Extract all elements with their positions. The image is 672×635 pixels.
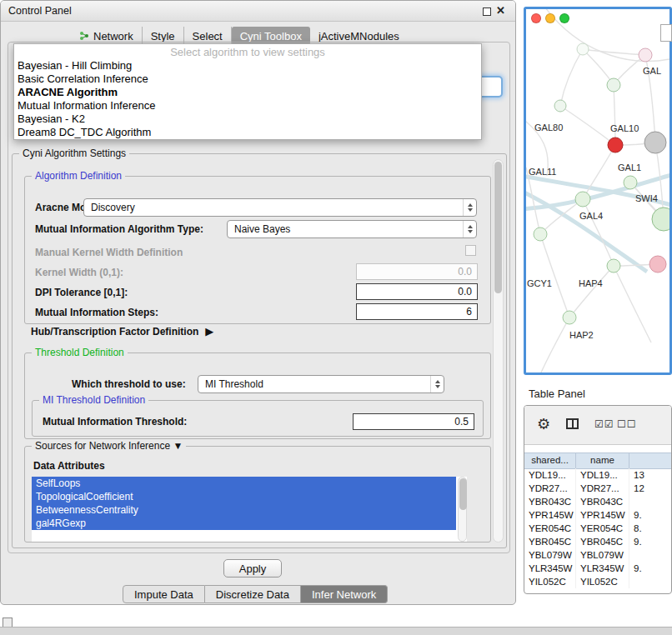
float-window-icon[interactable] — [483, 8, 491, 16]
table-row[interactable]: YBR045C YBR045C 9. — [524, 535, 671, 548]
aracne-mode-combobox[interactable]: Discovery — [83, 198, 477, 217]
cell-shared-name[interactable]: YER054C — [524, 522, 576, 535]
list-item[interactable]: SelfLoops — [32, 477, 456, 490]
network-node[interactable] — [575, 192, 590, 207]
table-row[interactable]: YDL19... YDL19... 13 — [524, 468, 671, 482]
tab-impute-data[interactable]: Impute Data — [123, 585, 205, 603]
node-label-gcy1[interactable]: GCY1 — [527, 278, 552, 288]
list-scrollbar-thumb[interactable] — [459, 478, 467, 510]
cell-name[interactable]: YER054C — [576, 522, 629, 535]
table-row[interactable]: YBL079W YBL079W — [524, 548, 671, 562]
table-row[interactable]: YIL052C YIL052C — [524, 575, 671, 588]
list-item[interactable]: BetweennessCentrality — [32, 503, 456, 517]
column-header-shared-name[interactable]: shared... — [524, 453, 576, 468]
network-node[interactable] — [607, 259, 620, 272]
minimize-traffic-light[interactable] — [545, 13, 555, 23]
cell-name[interactable]: YPR145W — [576, 508, 629, 522]
node-label-gal10[interactable]: GAL10 — [610, 123, 639, 133]
gear-icon[interactable]: ⚙ — [537, 415, 550, 433]
network-node[interactable] — [577, 43, 589, 55]
cell-name[interactable]: YLR345W — [576, 562, 629, 575]
cell-shared-name[interactable]: YPR145W — [524, 508, 576, 522]
table-row[interactable]: YLR345W YLR345W 9. — [524, 562, 671, 575]
apply-button[interactable]: Apply — [223, 559, 282, 578]
checked-boxes-icon[interactable]: ☑☑ — [594, 418, 614, 430]
node-label-gal80[interactable]: GAL80 — [534, 122, 563, 132]
tab-infer-network[interactable]: Infer Network — [301, 585, 388, 603]
column-header-name[interactable]: name — [576, 453, 629, 468]
dropdown-item[interactable]: ARACNE Algorithm — [14, 86, 481, 99]
cell-value[interactable] — [629, 548, 671, 562]
network-node-pink[interactable] — [649, 256, 666, 272]
list-item[interactable]: gal4RGexp — [32, 517, 456, 530]
network-node[interactable] — [554, 100, 566, 112]
dropdown-item[interactable]: Basic Correlation Inference — [14, 72, 481, 86]
cell-shared-name[interactable]: YBR045C — [524, 535, 576, 548]
cell-value[interactable]: 9. — [629, 562, 671, 575]
cell-value[interactable] — [629, 495, 671, 508]
cell-shared-name[interactable]: YDL19... — [524, 468, 576, 482]
cell-name[interactable]: YBR045C — [576, 535, 629, 548]
cell-name[interactable]: YBR043C — [576, 495, 629, 508]
dpi-tolerance-field[interactable]: 0.0 — [356, 283, 478, 300]
table-row[interactable]: YER054C YER054C 8. — [524, 522, 671, 535]
cyni-algorithm-settings-group: Cyni Algorithm Settings Algorithm Defini… — [12, 153, 507, 548]
node-label-gal[interactable]: GAL — [643, 66, 661, 76]
sources-title[interactable]: Sources for Network Inference ▼ — [32, 440, 186, 452]
cell-shared-name[interactable]: YBR043C — [524, 495, 576, 508]
cell-name[interactable]: YIL052C — [576, 575, 629, 588]
network-node-red[interactable] — [608, 138, 623, 152]
node-label-gal1[interactable]: GAL1 — [618, 162, 641, 172]
settings-scrollbar-thumb[interactable] — [494, 162, 502, 293]
cell-value[interactable]: 9. — [629, 535, 671, 548]
network-node-gray[interactable] — [644, 132, 666, 153]
hub-definition-expander[interactable]: Hub/Transcription Factor Definition ▶ — [31, 325, 213, 338]
node-label-hap4[interactable]: HAP4 — [579, 278, 603, 288]
cell-shared-name[interactable]: YIL052C — [524, 575, 576, 588]
dropdown-item[interactable]: Mutual Information Inference — [14, 99, 481, 112]
network-graph[interactable]: GAL GAL80 GAL10 GAL11 GAL1 SWI4 GAL4 GCY… — [526, 9, 669, 372]
column-header-partial[interactable] — [629, 453, 671, 468]
network-node[interactable] — [652, 208, 669, 231]
zoom-traffic-light[interactable] — [559, 13, 569, 23]
table-row[interactable]: YDR27... YDR27... 12 — [524, 482, 671, 495]
table-row[interactable]: YPR145W YPR145W 9. — [524, 508, 671, 522]
network-node[interactable] — [639, 48, 652, 62]
table-header: shared... name — [524, 452, 671, 469]
node-label-gal4[interactable]: GAL4 — [579, 211, 603, 221]
cell-name[interactable]: YBL079W — [576, 548, 629, 562]
cell-name[interactable]: YDR27... — [576, 482, 629, 495]
cell-shared-name[interactable]: YLR345W — [524, 562, 576, 575]
columns-icon[interactable] — [566, 418, 579, 429]
cell-shared-name[interactable]: YBL079W — [524, 548, 576, 562]
network-node[interactable] — [563, 311, 576, 324]
mi-algorithm-type-label: Mutual Information Algorithm Type: — [35, 223, 203, 235]
table-row[interactable]: YBR043C YBR043C — [524, 495, 671, 508]
node-label-gal11[interactable]: GAL11 — [529, 167, 556, 177]
dropdown-item[interactable]: Bayesian - Hill Climbing — [14, 59, 481, 72]
cell-value[interactable]: 9. — [629, 508, 671, 522]
unchecked-boxes-icon[interactable]: ☐☐ — [617, 418, 637, 430]
tab-discretize-data[interactable]: Discretize Data — [205, 585, 301, 603]
which-threshold-combobox[interactable]: MI Threshold — [198, 375, 444, 393]
network-node[interactable] — [607, 78, 620, 92]
mi-steps-field[interactable]: 6 — [356, 303, 478, 320]
mi-threshold-field[interactable]: 0.5 — [353, 413, 474, 430]
cell-shared-name[interactable]: YDR27... — [524, 482, 576, 495]
control-panel-window: Control Panel ✕ Network Style Select — [0, 0, 516, 605]
close-icon[interactable]: ✕ — [496, 4, 505, 17]
node-label-swi4[interactable]: SWI4 — [635, 193, 658, 203]
network-node[interactable] — [624, 176, 637, 189]
cell-value[interactable]: 13 — [629, 468, 671, 482]
cell-value[interactable]: 8. — [629, 522, 671, 535]
node-label-hap2[interactable]: HAP2 — [569, 330, 594, 340]
mi-algorithm-type-combobox[interactable]: Naive Bayes — [227, 220, 477, 238]
dropdown-item[interactable]: Dream8 DC_TDC Algorithm — [14, 126, 481, 139]
dropdown-item[interactable]: Bayesian - K2 — [14, 112, 481, 126]
cell-name[interactable]: YDL19... — [576, 468, 629, 482]
cell-value[interactable]: 12 — [629, 482, 671, 495]
cell-value[interactable] — [629, 575, 671, 588]
list-item[interactable]: TopologicalCoefficient — [32, 490, 456, 503]
network-node[interactable] — [534, 228, 547, 241]
close-traffic-light[interactable] — [531, 13, 541, 23]
